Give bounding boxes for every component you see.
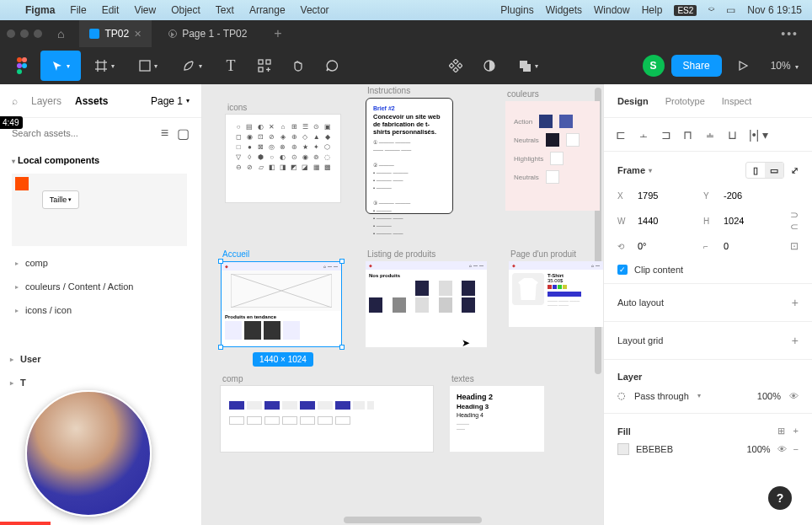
frame-label-listing[interactable]: Listing de produits (367, 249, 435, 259)
menu-edit[interactable]: Edit (102, 4, 120, 16)
user-avatar[interactable]: S (643, 55, 665, 77)
fill-hex-input[interactable]: EBEBEB (636, 444, 673, 454)
resize-to-fit-icon[interactable]: ⤢ (791, 165, 799, 176)
x-input[interactable] (636, 189, 697, 202)
shape-tool[interactable]: ▾ (128, 51, 168, 81)
remove-fill-button[interactable]: − (793, 444, 799, 454)
independent-corners-icon[interactable]: ⊡ (790, 240, 799, 252)
chevron-down-icon[interactable]: ▾ (649, 167, 652, 174)
asset-couleurs[interactable]: ▸couleurs / Content / Action (0, 275, 201, 298)
align-left-icon[interactable]: ⊏ (616, 128, 626, 142)
fill-swatch[interactable] (617, 443, 629, 455)
search-icon[interactable]: ⌕ (12, 95, 18, 107)
frame-accueil[interactable]: ◆⌕—— Produits en tendance (221, 261, 342, 347)
align-right-icon[interactable]: ⊐ (661, 128, 671, 142)
menu-view[interactable]: View (134, 4, 156, 16)
frame-label-instructions[interactable]: Instructions (367, 86, 410, 95)
visibility-icon[interactable]: 👁 (789, 391, 799, 401)
frame-instructions[interactable]: Brief #2 Concevoir un site web de fabric… (366, 98, 453, 214)
frame-tool[interactable]: ▾ (84, 51, 125, 81)
clip-content-checkbox[interactable]: ✓ (617, 265, 628, 275)
mask-tool[interactable] (474, 51, 505, 81)
frame-textes[interactable]: Heading 2 Heading 3 Heading 4 ————— (450, 386, 544, 452)
distribute-icon[interactable]: |•| ▾ (749, 128, 768, 142)
text-tool[interactable]: T (216, 51, 246, 81)
video-progress-bar[interactable] (0, 522, 51, 525)
home-icon[interactable]: ⌂ (57, 27, 64, 40)
zoom-select[interactable]: 10% ▾ (764, 60, 805, 72)
boolean-tool[interactable]: ▾ (508, 51, 548, 81)
menu-object[interactable]: Object (171, 4, 200, 16)
component-tool[interactable] (441, 51, 471, 81)
wifi-icon[interactable]: ⌔ (708, 4, 714, 16)
add-auto-layout-button[interactable]: + (792, 296, 799, 309)
menu-arrange[interactable]: Arrange (249, 4, 286, 16)
share-button[interactable]: Share (671, 55, 722, 77)
menu-vector[interactable]: Vector (301, 4, 329, 16)
library-icon[interactable]: ▢ (177, 126, 190, 142)
page-selector[interactable]: Page 1▾ (151, 95, 190, 107)
add-fill-button[interactable]: + (793, 426, 799, 437)
tab-page1[interactable]: Page 1 - TP02 (158, 20, 257, 47)
w-input[interactable] (636, 214, 697, 228)
tab-tp02[interactable]: TP02 ✕ (79, 20, 152, 47)
frame-comp[interactable] (221, 386, 433, 452)
frame-label-textes[interactable]: textes (451, 374, 474, 383)
window-controls[interactable] (7, 29, 42, 38)
search-assets-input[interactable] (12, 128, 154, 138)
frame-page-produit[interactable]: ◆⌕— T-Shirt 35.00$ ——— ——— —————— ——— (509, 261, 603, 327)
y-input[interactable] (722, 189, 783, 202)
frame-listing[interactable]: ◆⌕—— Nos produits (366, 261, 487, 347)
add-layout-grid-button[interactable]: + (792, 334, 799, 347)
help-button[interactable]: ? (768, 486, 792, 510)
angle-input[interactable] (636, 239, 697, 253)
size-select[interactable]: Taille▾ (42, 190, 79, 209)
landscape-icon[interactable]: ▭ (765, 163, 783, 178)
portrait-icon[interactable]: ▯ (746, 163, 765, 178)
prototype-tab[interactable]: Prototype (665, 96, 705, 106)
new-tab-button[interactable]: + (264, 26, 291, 41)
frame-section-label[interactable]: Frame (617, 165, 645, 175)
frame-label-comp[interactable]: comp (222, 374, 243, 383)
blend-mode-icon[interactable]: ◌ (617, 390, 626, 401)
chevron-down-icon[interactable]: ▾ (697, 392, 701, 399)
figma-menu-button[interactable] (7, 51, 37, 81)
frame-couleurs[interactable]: Action Neutrals Highlights Neutrals (505, 101, 600, 211)
assets-tab[interactable]: Assets (75, 95, 108, 107)
asset-users[interactable]: ▸User (0, 347, 201, 371)
close-window-icon[interactable] (7, 29, 15, 38)
maximize-window-icon[interactable] (34, 29, 42, 38)
radius-input[interactable] (722, 239, 783, 253)
constrain-proportions-icon[interactable]: ⊃⊂ (790, 209, 799, 233)
minimize-window-icon[interactable] (20, 29, 29, 38)
keyboard-layout[interactable]: ES2 (674, 5, 697, 16)
h-input[interactable] (722, 214, 783, 228)
hand-tool[interactable] (283, 51, 313, 81)
frame-label-accueil[interactable]: Accueil (222, 249, 249, 259)
inspect-tab[interactable]: Inspect (722, 96, 751, 106)
layer-opacity-input[interactable]: 100% (757, 391, 781, 401)
menu-help[interactable]: Help (642, 4, 663, 16)
pen-tool[interactable]: ▾ (172, 51, 212, 81)
style-icon[interactable]: ⊞ (777, 426, 785, 437)
menu-text[interactable]: Text (216, 4, 234, 16)
move-tool[interactable]: ▾ (40, 51, 81, 81)
align-top-icon[interactable]: ⊓ (683, 128, 692, 142)
frame-icons[interactable]: ○▤◐✕⌂⊞☰⊙▣ ◻◉⊡⊘◈⊕◇▲◆ □●⊠◎⊗⊛★✦⬡ ▽◊⬢○◐⊙◉⊚◌ … (226, 115, 340, 202)
comment-tool[interactable] (317, 51, 347, 81)
orientation-toggle[interactable]: ▯ ▭ (745, 162, 784, 179)
clock[interactable]: Nov 6 19:15 (747, 4, 802, 16)
close-tab-icon[interactable]: ✕ (134, 29, 142, 40)
menu-window[interactable]: Window (594, 4, 630, 16)
design-tab[interactable]: Design (617, 96, 649, 106)
menu-file[interactable]: File (70, 4, 86, 16)
horizontal-scrollbar[interactable] (344, 517, 482, 523)
align-bottom-icon[interactable]: ⊔ (728, 128, 737, 142)
align-hcenter-icon[interactable]: ⫠ (638, 128, 649, 142)
frame-label-icons[interactable]: icons (227, 103, 247, 112)
asset-icons[interactable]: ▸icons / icon (0, 298, 201, 322)
canvas[interactable]: icons ○▤◐✕⌂⊞☰⊙▣ ◻◉⊡⊘◈⊕◇▲◆ □●⊠◎⊗⊛★✦⬡ ▽◊⬢○… (202, 84, 603, 525)
battery-icon[interactable]: ▭ (726, 4, 735, 16)
layers-tab[interactable]: Layers (31, 95, 61, 107)
blend-mode-select[interactable]: Pass through (634, 391, 689, 401)
